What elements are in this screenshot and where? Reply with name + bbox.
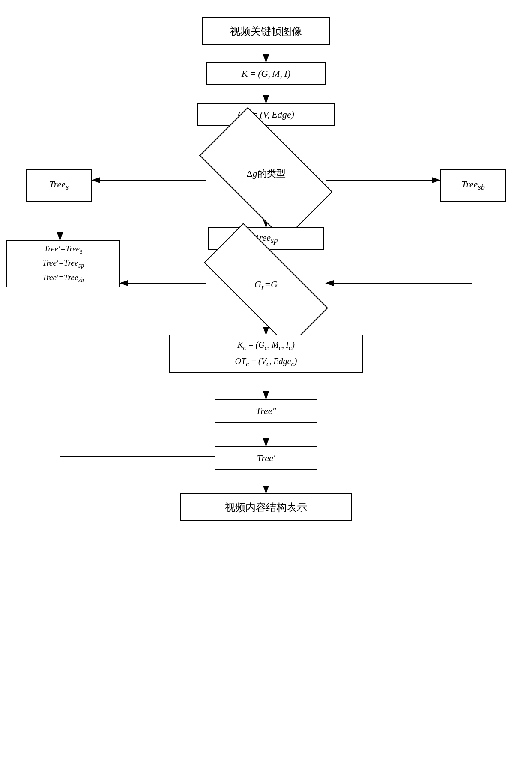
- tree-prime-line1: Tree′=Trees: [44, 242, 82, 257]
- otc-label: OTc = (Vc, Edgec): [235, 354, 297, 370]
- kc-otc-box: Kc = (Gc, Mc, Ic) OTc = (Vc, Edgec): [169, 335, 363, 373]
- k-eq-label: K = (G, M, I): [242, 68, 290, 79]
- tree-sb-label: Treesb: [461, 179, 485, 192]
- tree-s-box: Trees: [26, 169, 92, 202]
- diamond2: Gr=G: [206, 257, 326, 313]
- kc-label: Kc = (Gc, Mc, Ic): [237, 338, 295, 354]
- end-box: 视频内容结构表示: [180, 493, 352, 521]
- ot-eq-box: OT = (V, Edge): [197, 103, 335, 126]
- tree-prime-box: Tree′: [215, 446, 317, 470]
- flowchart-diagram: 视频关键帧图像 K = (G, M, I) OT = (V, Edge) Δg的…: [0, 0, 532, 782]
- diamond2-label: Gr=G: [254, 279, 278, 292]
- end-label: 视频内容结构表示: [225, 501, 307, 514]
- tree-prime-line2: Tree′=Treesp: [42, 257, 84, 271]
- tree-prime-assign-box: Tree′=Trees Tree′=Treesp Tree′=Treesb: [6, 240, 120, 287]
- diamond1-label: Δg的类型: [246, 167, 285, 180]
- tree-double-prime-box: Tree″: [215, 399, 317, 423]
- tree-prime-label: Tree′: [257, 453, 275, 464]
- tree-prime-line3: Tree′=Treesb: [42, 271, 84, 285]
- tree-s-label: Trees: [49, 179, 69, 192]
- diamond1: Δg的类型: [206, 139, 326, 208]
- tree-sb-box: Treesb: [440, 169, 506, 202]
- start-box: 视频关键帧图像: [202, 17, 330, 45]
- k-eq-box: K = (G, M, I): [206, 62, 326, 85]
- tree-double-prime-label: Tree″: [256, 405, 276, 417]
